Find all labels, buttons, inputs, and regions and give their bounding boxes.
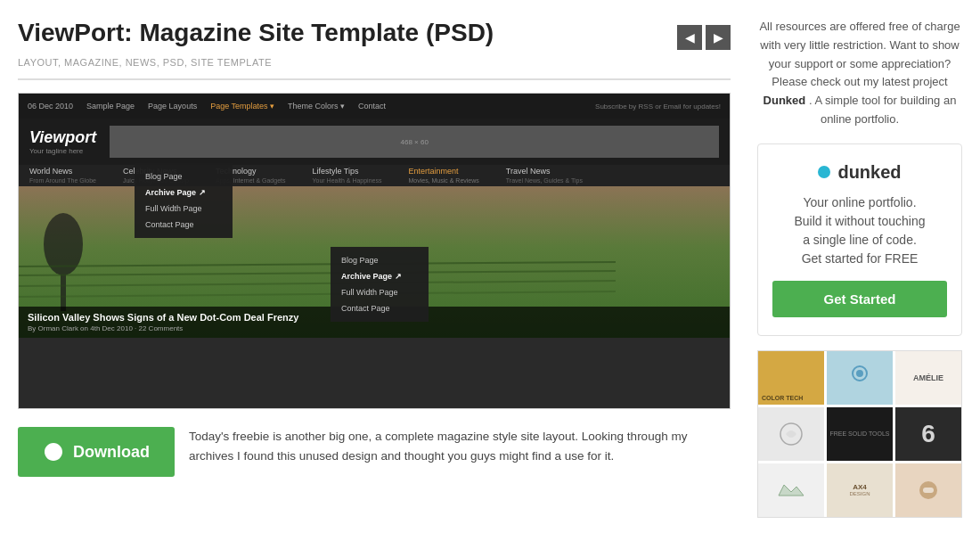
fake-sub-fullwidth: Full Width Page: [331, 284, 429, 300]
sidebar-description: All resources are offered free of charge…: [757, 18, 962, 129]
fake-nav-date: 06 Dec 2010: [28, 102, 73, 111]
fake-menu-entertainment: EntertainmentMovies, Music & Reviews: [408, 167, 478, 184]
portfolio-grid: COLOR TECH AMÉLIE FREE SOLID TOOLS: [757, 350, 962, 518]
fake-nav-colors: Theme Colors ▾: [288, 102, 345, 111]
fake-nav-bar: 06 Dec 2010 Sample Page Page Layouts Pag…: [19, 94, 730, 119]
dunked-name: dunked: [837, 162, 901, 183]
svg-rect-10: [923, 488, 934, 493]
post-excerpt: Today's freebie is another big one, a co…: [189, 427, 731, 465]
fake-nav-contact: Contact: [358, 102, 386, 111]
download-icon: [43, 441, 64, 463]
fake-menu-bar: World NewsFrom Around The Globe Celebrit…: [19, 165, 730, 186]
fake-menu-world: World NewsFrom Around The Globe: [29, 167, 96, 184]
fake-dropdown-entertainment: Blog Page Archive Page ↗ Full Width Page…: [331, 247, 429, 322]
svg-line-3: [19, 271, 616, 275]
portfolio-cell-9-icon: [914, 476, 943, 504]
fake-nav-templates: Page Templates ▾: [210, 102, 274, 111]
post-tags: LAYOUT, MAGAZINE, NEWS, PSD, SITE TEMPLA…: [18, 57, 731, 68]
sidebar-project-name: Dunked: [764, 94, 806, 107]
fake-dd-fullwidth: Full Width Page: [135, 201, 233, 217]
fake-menu-lifestyle: Lifestyle TipsYour Health & Happiness: [313, 167, 382, 184]
portfolio-cell-7-icon: [775, 481, 807, 499]
fake-sub-blog: Blog Page: [331, 252, 429, 268]
preview-image: 06 Dec 2010 Sample Page Page Layouts Pag…: [18, 93, 731, 409]
portfolio-cell-2: [827, 351, 893, 405]
portfolio-cell-1: COLOR TECH: [758, 351, 824, 405]
download-button[interactable]: Download: [18, 427, 175, 477]
prev-arrow[interactable]: ◀: [677, 25, 702, 50]
nav-arrows: ◀ ▶: [677, 25, 731, 50]
fake-sub-archive: Archive Page ↗: [331, 268, 429, 284]
portfolio-cell-4-icon: [779, 422, 804, 447]
portfolio-cell-9: [895, 463, 961, 517]
post-header: ViewPort: Magazine Site Template (PSD) ◀…: [18, 18, 731, 50]
fake-nav-subscribe: Subscribe by RSS or Email for updates!: [595, 102, 721, 111]
portfolio-cell-4: [758, 407, 824, 461]
divider: [18, 78, 731, 80]
portfolio-cell-5-label: FREE SOLID TOOLS: [828, 429, 891, 439]
fake-dd-contact: Contact Page: [135, 217, 233, 233]
fake-nav-layouts: Page Layouts: [148, 102, 197, 111]
fake-logo: Viewport Your tagline here: [29, 128, 96, 155]
dunked-ad: dunked Your online portfolio. Build it w…: [757, 143, 962, 336]
portfolio-cell-3-label: AMÉLIE: [913, 373, 943, 382]
fake-nav-sample: Sample Page: [86, 102, 135, 111]
fake-dd-archive: Archive Page ↗: [135, 184, 233, 201]
portfolio-cell-8: AX4 DESIGN: [827, 463, 893, 517]
portfolio-cell-6-number: 6: [921, 420, 935, 448]
download-section: Download Today's freebie is another big …: [18, 427, 731, 477]
portfolio-cell-5: FREE SOLID TOOLS: [827, 407, 893, 461]
sidebar: All resources are offered free of charge…: [757, 18, 962, 518]
page-wrapper: ViewPort: Magazine Site Template (PSD) ◀…: [0, 0, 980, 518]
next-arrow[interactable]: ▶: [706, 25, 731, 50]
portfolio-cell-6: 6: [895, 407, 961, 461]
fake-hero-meta: By Orman Clark on 4th Dec 2010 · 22 Comm…: [28, 324, 721, 332]
post-title: ViewPort: Magazine Site Template (PSD): [18, 18, 494, 48]
fake-dd-blog: Blog Page: [135, 168, 233, 184]
dunked-cta-button[interactable]: Get Started: [772, 281, 947, 317]
fake-banner: 468 × 60: [110, 126, 719, 158]
dunked-dot-icon: [818, 166, 830, 178]
dunked-logo: dunked: [772, 162, 947, 183]
portfolio-cell-8-label2: DESIGN: [849, 491, 870, 496]
sidebar-desc-text: All resources are offered free of charge…: [759, 20, 960, 88]
main-content: ViewPort: Magazine Site Template (PSD) ◀…: [18, 18, 731, 518]
portfolio-cell-3: AMÉLIE: [895, 351, 961, 405]
dunked-tagline: Your online portfolio. Build it without …: [772, 193, 947, 268]
fake-browser: 06 Dec 2010 Sample Page Page Layouts Pag…: [19, 94, 730, 408]
fake-menu-travel: Travel NewsTravel News, Guides & Tips: [506, 167, 583, 184]
svg-point-7: [856, 370, 863, 377]
portfolio-cell-7: [758, 463, 824, 517]
svg-line-5: [19, 291, 616, 297]
svg-line-4: [19, 281, 616, 286]
vineyard-rows-icon: [19, 258, 616, 311]
sidebar-desc-end: . A simple tool for building an online p…: [809, 94, 957, 126]
svg-line-2: [19, 262, 616, 266]
fake-sub-contact: Contact Page: [331, 300, 429, 316]
download-label: Download: [73, 443, 150, 462]
portfolio-cell-2-icon: [846, 365, 873, 391]
fake-dropdown-templates: Blog Page Archive Page ↗ Full Width Page…: [135, 163, 233, 238]
portfolio-cell-1-label: COLOR TECH: [762, 395, 821, 401]
fake-logo-bar: Viewport Your tagline here 468 × 60: [19, 119, 730, 165]
portfolio-cell-8-label1: AX4: [853, 483, 867, 491]
